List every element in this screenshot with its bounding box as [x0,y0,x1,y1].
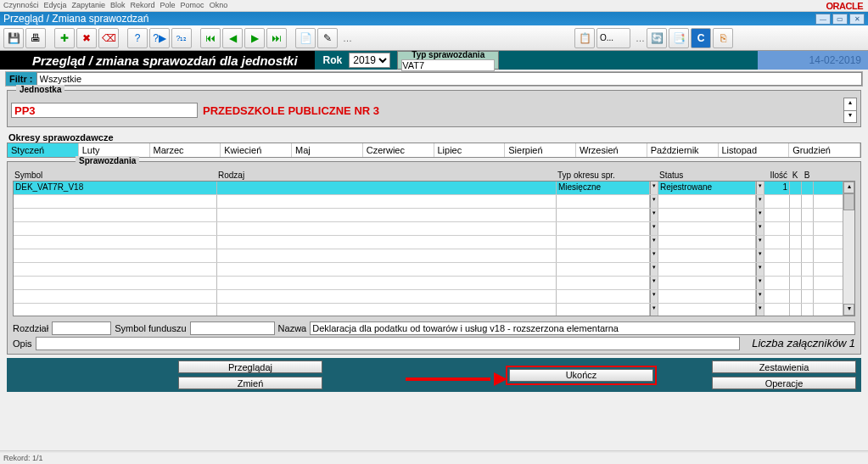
dropdown-icon[interactable]: ▾ [756,249,764,262]
dropdown-icon[interactable]: ▾ [756,195,764,208]
month-tab[interactable]: Lipiec [434,143,506,157]
scroll-up-icon[interactable]: ▴ [843,182,854,193]
nazwa-input[interactable] [310,321,855,335]
dropdown-icon[interactable]: ▾ [650,182,658,194]
cell-k[interactable] [790,182,802,194]
dropdown-icon[interactable]: ▾ [650,209,658,221]
dropdown-icon[interactable]: ▾ [756,304,764,316]
query-execute-icon[interactable]: ?▶ [149,28,170,48]
month-tab[interactable]: Maj [292,143,363,157]
dropdown-icon[interactable]: ▾ [650,249,658,262]
scrollbar[interactable]: ▴ ▾ [843,182,854,316]
jednostka-spinner[interactable]: ▴▾ [843,98,857,123]
ukoncz-button[interactable]: Ukończ [509,369,653,382]
month-tab[interactable]: Sierpień [505,143,576,157]
dropdown-icon[interactable]: ▾ [756,263,764,276]
table-row[interactable]: ▾▾ [14,222,854,236]
rok-select[interactable]: 2019 [349,53,390,68]
przegladaj-button[interactable]: Przeglądaj [178,361,322,373]
cell-rodzaj[interactable] [217,182,557,194]
cell-status[interactable]: Rejestrowane [658,182,756,194]
table-row[interactable]: ▾▾ [14,277,854,290]
menu-rekord[interactable]: Rekord [131,1,155,10]
menu-czynnosci[interactable]: Czynności [3,1,39,10]
month-tab[interactable]: Marzec [150,143,221,157]
delete-icon[interactable]: ✖ [76,28,97,48]
month-tab[interactable]: Kwiecień [221,143,292,157]
dropdown-icon[interactable]: ▾ [650,290,658,303]
dropdown-icon[interactable]: ▾ [650,263,658,276]
prev-record-icon[interactable]: ◀ [222,28,243,48]
exit-icon[interactable]: ⎘ [713,28,733,48]
refresh-icon[interactable]: 🔄 [647,28,667,48]
lov-icon[interactable]: 📋 [574,28,595,48]
month-tab[interactable]: Czerwiec [363,143,434,157]
dropdown-icon[interactable]: ▾ [756,277,764,289]
zmien-button[interactable]: Zmień [178,377,322,389]
menu-edycja[interactable]: Edycja [44,1,67,10]
next-record-icon[interactable]: ▶ [244,28,265,48]
month-tab[interactable]: Październik [647,143,719,157]
dropdown-icon[interactable]: ▾ [650,277,658,289]
cell-ilosc[interactable]: 1 [764,182,790,194]
table-row[interactable]: ▾▾ [14,304,854,316]
menu-blok[interactable]: Blok [110,1,126,10]
filtr-input[interactable] [36,72,863,86]
month-tab[interactable]: Wrzesień [576,143,647,157]
menu-pole[interactable]: Pole [160,1,176,10]
dropdown-icon[interactable]: ▾ [756,222,764,235]
close-button[interactable]: ✕ [849,14,865,25]
table-row[interactable]: ▾▾ [14,263,854,277]
add-icon[interactable]: ✚ [54,28,75,48]
symbolf-input[interactable] [190,321,275,335]
menubar[interactable]: Czynności Edycja Zapytanie Blok Rekord P… [0,0,868,12]
scroll-thumb[interactable] [843,193,854,210]
operacje-button[interactable]: Operacje [712,377,856,389]
maximize-button[interactable]: ▭ [832,14,848,25]
dropdown-icon[interactable]: ▾ [650,222,658,235]
month-tab[interactable]: Luty [79,143,150,157]
first-record-icon[interactable]: ⏮ [200,28,221,48]
spin-up-icon[interactable]: ▴ [844,98,856,111]
copy-icon[interactable]: 📑 [669,28,689,48]
table-row[interactable]: ▾▾ [14,290,854,304]
menu-zapytanie[interactable]: Zapytanie [72,1,106,10]
dropdown-icon[interactable]: ▾ [650,304,658,316]
rozdzial-input[interactable] [52,321,111,335]
table-row[interactable]: ▾▾ [14,195,854,209]
cell-b[interactable] [802,182,814,194]
c-icon[interactable]: C [691,28,711,48]
dropdown-icon[interactable]: ▾ [756,182,764,194]
dropdown-icon[interactable]: ▾ [756,236,764,249]
table-row[interactable]: ▾▾ [14,236,854,249]
dropdown-icon[interactable]: ▾ [650,236,658,249]
search-field[interactable]: O... [596,28,630,48]
table-row[interactable]: ▾▾ [14,249,854,263]
last-record-icon[interactable]: ⏭ [266,28,287,48]
month-tab[interactable]: Listopad [719,143,790,157]
zestawienia-button[interactable]: Zestawienia [712,361,856,373]
cell-typ[interactable]: Miesięczne [557,182,650,194]
cell-symbol[interactable]: DEK_VAT7R_V18 [14,182,217,194]
table-row[interactable]: ▾▾ [14,209,854,222]
month-tab[interactable]: Grudzień [789,143,860,157]
table-row[interactable]: DEK_VAT7R_V18 Miesięczne▾ Rejestrowane▾ … [14,182,854,195]
clear-icon[interactable]: ⌫ [98,28,119,48]
jednostka-code[interactable]: PP3 [11,103,198,118]
opis-input[interactable] [36,337,741,350]
spin-down-icon[interactable]: ▾ [844,111,856,123]
month-tab[interactable]: Styczeń [8,143,79,157]
export-icon[interactable]: 📄 [295,28,316,48]
dropdown-icon[interactable]: ▾ [756,290,764,303]
scroll-down-icon[interactable]: ▾ [843,304,854,316]
menu-okno[interactable]: Okno [210,1,228,10]
edit-icon[interactable]: ✎ [317,28,338,48]
menu-pomoc[interactable]: Pomoc [181,1,204,10]
save-icon[interactable]: 💾 [3,28,24,48]
minimize-button[interactable]: — [815,14,831,25]
dropdown-icon[interactable]: ▾ [756,209,764,221]
dropdown-icon[interactable]: ▾ [650,195,658,208]
query-count-icon[interactable]: ?₁₂ [171,28,192,48]
print-icon[interactable]: 🖶 [25,28,46,48]
query-enter-icon[interactable]: ? [127,28,148,48]
